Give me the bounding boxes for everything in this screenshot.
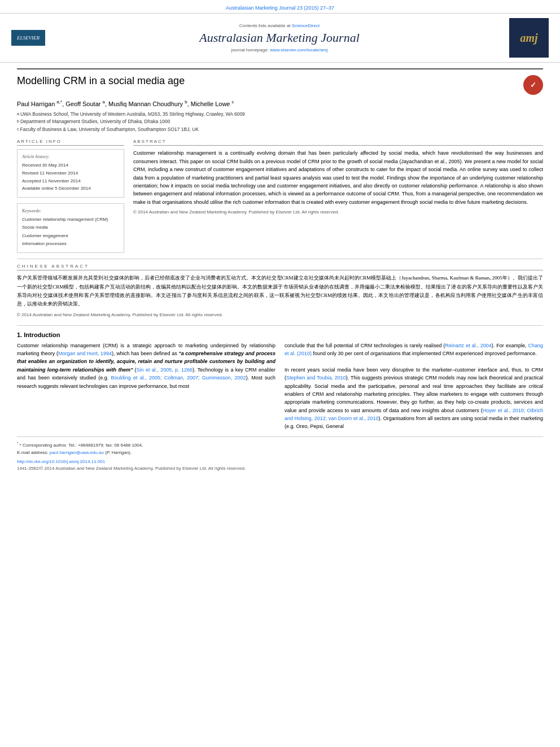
- col-left: ARTICLE INFO Article history: Received 3…: [17, 139, 124, 253]
- intro-right-text: conclude that the full potential of CRM …: [285, 342, 543, 431]
- sciencedirect-link[interactable]: ScienceDirect: [292, 23, 320, 28]
- contents-line: Contents lists available at ScienceDirec…: [50, 23, 509, 28]
- intro-col-right: conclude that the full potential of CRM …: [285, 342, 543, 431]
- crossmark-badge: ✓: [523, 75, 543, 95]
- history-label: Article history:: [22, 154, 119, 159]
- abstract-text: Customer relationship management is a co…: [133, 149, 543, 206]
- header-left: ELSEVIER: [11, 30, 50, 46]
- keyword-1: Customer relationship management (CRM): [22, 216, 119, 224]
- intro-col-left: Customer relationship management (CRM) i…: [17, 342, 275, 431]
- homepage-line: journal homepage: www.elsevier.com/locat…: [50, 47, 509, 53]
- intro-section: 1. Introduction Customer relationship ma…: [17, 325, 543, 431]
- page-container: Australasian Marketing Journal 23 (2015)…: [0, 0, 560, 747]
- authors-line: Paul Harrigan a,*, Geoff Soutar a, Musfi…: [17, 99, 543, 107]
- intro-left-text: Customer relationship management (CRM) i…: [17, 342, 275, 390]
- available-date: Available online 5 December 2014: [22, 185, 119, 193]
- keywords-block: Keywords: Customer relationship manageme…: [17, 203, 124, 254]
- header-center: Contents lists available at ScienceDirec…: [50, 23, 509, 53]
- keyword-4: Information processes: [22, 240, 119, 248]
- abstract-header: ABSTRACT: [133, 139, 543, 146]
- keywords-label: Keywords:: [22, 208, 119, 213]
- article-info-block: Article history: Received 30 May 2014 Re…: [17, 149, 124, 197]
- col-right: ABSTRACT Customer relationship managemen…: [133, 139, 543, 253]
- elsevier-logo: ELSEVIER: [11, 30, 45, 46]
- received-date: Received 30 May 2014: [22, 161, 119, 169]
- intro-two-col: Customer relationship management (CRM) i…: [17, 342, 543, 431]
- journal-link[interactable]: Australasian Marketing Journal 23 (2015)…: [226, 5, 334, 11]
- intro-title: 1. Introduction: [17, 331, 543, 338]
- article-content: Modelling CRM in a social media age ✓ Pa…: [0, 63, 560, 477]
- chinese-abstract-section: CHINESE ABSTRACT 客户关系管理领域不断发展并允其受到社交媒体的影…: [17, 259, 543, 317]
- accepted-date: Accepted 11 November 2014: [22, 177, 119, 185]
- two-col-layout: ARTICLE INFO Article history: Received 3…: [17, 139, 543, 253]
- aff-c: Faculty of Business & Law, University of…: [20, 126, 199, 134]
- footnote-corresponding: * * Corresponding author. Tel.: +8648819…: [17, 440, 543, 449]
- revised-date: Revised 11 November 2014: [22, 169, 119, 177]
- aff-b: Department of Management Studies, Univer…: [20, 118, 170, 126]
- amj-text: amj: [520, 32, 537, 45]
- chinese-abstract-header: CHINESE ABSTRACT: [17, 264, 543, 270]
- article-info-header: ARTICLE INFO: [17, 139, 124, 146]
- affiliations: aUWA Business School, The University of …: [17, 111, 543, 134]
- top-bar: Australasian Marketing Journal 23 (2015)…: [0, 0, 560, 14]
- chinese-abstract-copyright: © 2014 Australian and New Zealand Market…: [17, 312, 543, 317]
- chinese-abstract-text: 客户关系管理领域不断发展并允其受到社交媒体的影响，后者已经彻底改变了企业与消费者…: [17, 274, 543, 308]
- issn-line: 1441-3582/© 2014 Australian and New Zeal…: [17, 466, 543, 471]
- amj-logo: amj: [509, 18, 549, 58]
- footnote-email: E-mail address: paul.harrigan@uwa.edu.au…: [17, 449, 543, 457]
- aff-a: UWA Business School, The University of W…: [20, 111, 245, 119]
- article-footer: * * Corresponding author. Tel.: +8648819…: [17, 436, 543, 471]
- homepage-url[interactable]: www.elsevier.com/locate/amj: [270, 47, 327, 53]
- doi-link[interactable]: http://dx.doi.org/10.1016/j.asmj.2014.11…: [17, 459, 543, 464]
- keyword-2: Social media: [22, 224, 119, 231]
- abstract-copyright: © 2014 Australian and New Zealand Market…: [133, 209, 543, 215]
- article-title: Modelling CRM in a social media age: [17, 75, 518, 87]
- journal-title: Australasian Marketing Journal: [50, 30, 509, 45]
- elsevier-box: ELSEVIER: [11, 30, 45, 46]
- journal-header: ELSEVIER Contents lists available at Sci…: [0, 14, 560, 63]
- article-title-section: Modelling CRM in a social media age ✓: [17, 68, 543, 95]
- keyword-3: Customer engagement: [22, 232, 119, 240]
